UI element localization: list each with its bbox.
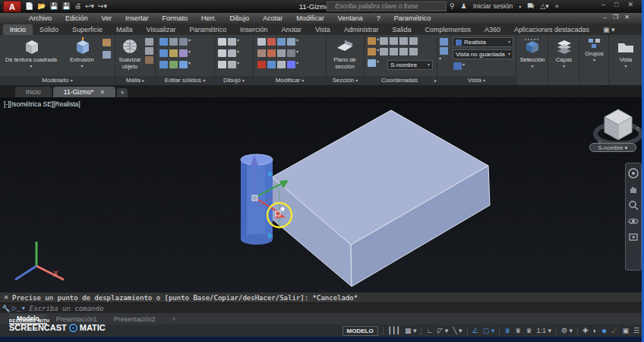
- seleccion-panel-button[interactable]: Selección▾: [516, 36, 548, 68]
- extrusion-button[interactable]: Extrusión▾: [65, 36, 99, 68]
- orbit-icon[interactable]: [628, 216, 639, 226]
- viewcube-toggle-icon[interactable]: [453, 62, 462, 70]
- new-layout-button[interactable]: +: [164, 315, 183, 324]
- panel-label-seccion[interactable]: Sección ▾: [327, 76, 364, 85]
- snap-mode-icon[interactable]: ▦ ▾: [405, 326, 417, 335]
- extrude-faces-icon[interactable]: [169, 38, 178, 46]
- grid-display-icon[interactable]: ┃┃┃: [388, 326, 400, 335]
- customization-menu-icon[interactable]: ☰: [633, 326, 639, 335]
- separate-icon[interactable]: [179, 61, 188, 68]
- undo-icon[interactable]: ↩▾: [85, 1, 94, 12]
- fillet-edge-icon[interactable]: [169, 49, 178, 57]
- document-window-controls[interactable]: – ❐ ✕: [603, 14, 632, 21]
- visual-style-combo[interactable]: Realista▾: [453, 37, 513, 47]
- isometric-drafting-icon[interactable]: ╲ ▾: [453, 326, 462, 335]
- ribbon-tab-anotar[interactable]: Anotar: [275, 24, 309, 35]
- shell-icon[interactable]: [179, 49, 188, 57]
- annotation-visibility-icon[interactable]: ♛: [504, 326, 510, 335]
- layout-tab-presentacion2[interactable]: Presentación2: [106, 315, 163, 324]
- circle-tool-icon[interactable]: [228, 49, 236, 57]
- panel-label-modificar[interactable]: Modificar ▾: [254, 76, 326, 85]
- save-as-icon[interactable]: 💾: [62, 1, 71, 12]
- explode-icon[interactable]: [287, 61, 295, 68]
- union-icon[interactable]: [159, 38, 168, 46]
- close-command-window-icon[interactable]: ✕: [0, 294, 12, 301]
- new-file-icon[interactable]: 📄: [25, 1, 33, 12]
- mesh-extrude-face-icon[interactable]: [145, 56, 153, 64]
- gizmo-origin-box[interactable]: [252, 195, 257, 201]
- showmotion-icon[interactable]: [628, 232, 639, 242]
- object-snap-icon[interactable]: ▢ ▾: [483, 326, 495, 335]
- ucs-face-icon[interactable]: [399, 37, 408, 45]
- slice-icon[interactable]: [179, 38, 188, 46]
- ribbon-tab-vista[interactable]: Vista: [308, 24, 337, 35]
- toolbar-overflow-icon[interactable]: »: [555, 2, 559, 10]
- menu-insertar[interactable]: Insertar: [119, 14, 155, 22]
- mesh-refine-icon[interactable]: [145, 38, 153, 46]
- graphics-performance-icon[interactable]: ●: [601, 326, 607, 335]
- a360-icon[interactable]: △▾: [540, 2, 548, 10]
- section-plane-button[interactable]: Plano de sección: [328, 36, 361, 70]
- zoom-extents-icon[interactable]: [628, 200, 639, 211]
- polyline-tool-icon[interactable]: [218, 61, 226, 68]
- rectangle-tool-icon[interactable]: [218, 38, 226, 46]
- ribbon-tab-solido[interactable]: Sólido: [33, 24, 65, 35]
- panel-label-coordenadas[interactable]: Coordenadas ▸: [365, 76, 437, 85]
- clean-screen-icon[interactable]: ▣: [622, 326, 629, 335]
- polar-tracking-icon[interactable]: ◸ ▾: [437, 326, 448, 335]
- search-binoculars-icon[interactable]: ⚲: [450, 2, 455, 10]
- ribbon-tab-complementos[interactable]: Complementos: [418, 24, 478, 35]
- chamfer-icon[interactable]: [287, 49, 295, 57]
- ribbon-tab-a360[interactable]: A360: [478, 24, 507, 35]
- isolate-objects-icon[interactable]: ◐: [593, 326, 597, 335]
- drawing-viewport[interactable]: [-][Isométrica SE][Realista]: [0, 97, 644, 293]
- offset-icon[interactable]: [267, 61, 276, 68]
- ucs-previous-icon[interactable]: [390, 37, 398, 45]
- search-input[interactable]: Escriba palabra clave o frase: [327, 2, 447, 11]
- ribbon-tab-superficie[interactable]: Superficie: [65, 24, 109, 35]
- minimize-button[interactable]: –: [601, 1, 605, 8]
- ucs-icon[interactable]: [368, 37, 376, 45]
- close-tab-icon[interactable]: ✕: [99, 89, 105, 96]
- align-3d-icon[interactable]: [287, 38, 295, 46]
- menu-acotar[interactable]: Acotar: [257, 14, 289, 22]
- move-3d-icon[interactable]: [257, 38, 266, 46]
- scale-3d-icon[interactable]: [277, 38, 286, 46]
- mesh-add-crease-icon[interactable]: [145, 47, 153, 55]
- navigation-bar[interactable]: [625, 163, 642, 271]
- menu-ayuda[interactable]: ?: [371, 14, 387, 22]
- array-icon[interactable]: [277, 61, 286, 68]
- redo-icon[interactable]: ↪▾: [98, 1, 107, 12]
- menu-archivo[interactable]: Archivo: [23, 14, 58, 22]
- ucs-y-icon[interactable]: [399, 48, 408, 55]
- panel-label-dibujo[interactable]: Dibujo ▾: [215, 76, 253, 85]
- taper-faces-icon[interactable]: [169, 61, 178, 68]
- ribbon-tab-insercion[interactable]: Inserción: [233, 24, 275, 35]
- menu-edicion[interactable]: Edición: [59, 14, 94, 22]
- osnap-tracking-icon[interactable]: ∠: [472, 326, 478, 335]
- app-store-cart-icon[interactable]: ⛟: [527, 2, 534, 10]
- vista2-panel-button[interactable]: Vista▾: [609, 36, 642, 68]
- ucs-z-icon[interactable]: [409, 48, 418, 55]
- named-views-icon[interactable]: [440, 47, 448, 55]
- ribbon-display-toggle-icon[interactable]: ▣ ▾: [596, 24, 622, 35]
- grupos-panel-button[interactable]: Grupos▾: [579, 36, 609, 62]
- smooth-object-button[interactable]: Suavizar objeto: [116, 36, 144, 70]
- command-input[interactable]: Escriba un comando: [30, 305, 104, 312]
- close-button[interactable]: ✕: [627, 1, 633, 8]
- full-navigation-wheel-icon[interactable]: [628, 168, 639, 179]
- autocad-variables-icon[interactable]: ☄: [611, 326, 617, 335]
- menu-ver[interactable]: Ver: [96, 14, 118, 22]
- ribbon-tab-inicio[interactable]: Inicio: [3, 24, 33, 35]
- print-icon[interactable]: 🖨: [74, 1, 81, 12]
- line-tool-icon[interactable]: [218, 49, 226, 57]
- ucs-origin-icon[interactable]: [368, 48, 376, 55]
- ucs-world-icon[interactable]: [380, 37, 388, 45]
- customization-plus-icon[interactable]: ✚: [582, 326, 589, 335]
- presspull-icon[interactable]: [103, 51, 111, 59]
- ribbon-tab-parametrico[interactable]: Paramétrico: [182, 24, 233, 35]
- sign-in-caret-icon[interactable]: ▾: [519, 4, 521, 9]
- command-wrench-icon[interactable]: 🔧: [0, 305, 12, 312]
- file-tab-drawing[interactable]: 11-Gizmo*✕: [53, 87, 115, 97]
- named-view-combo[interactable]: Vista no guardada▾: [453, 49, 513, 59]
